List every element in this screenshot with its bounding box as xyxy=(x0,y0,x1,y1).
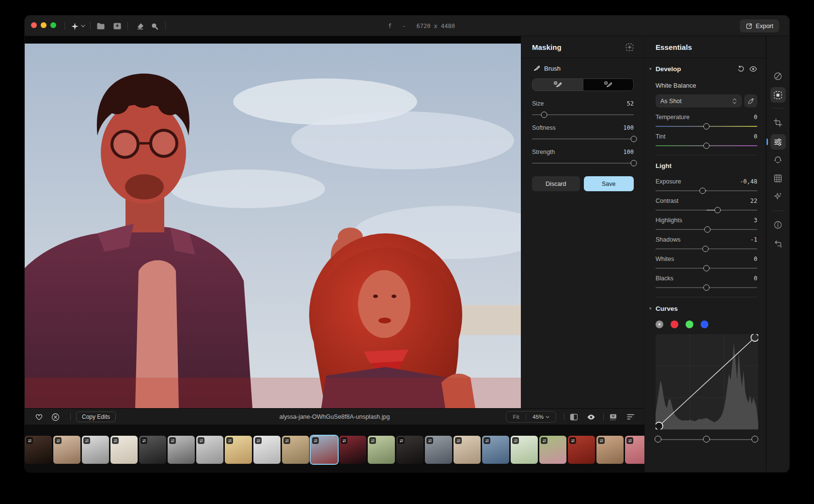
filmstrip-thumbnail[interactable] xyxy=(511,436,538,464)
filmstrip-thumbnail[interactable] xyxy=(539,436,566,464)
copy-edits-button[interactable]: Copy Edits xyxy=(76,412,116,422)
filmstrip-thumbnail[interactable] xyxy=(168,436,195,464)
canvas[interactable] xyxy=(25,36,521,408)
minimize-button[interactable] xyxy=(41,22,47,28)
slider-track[interactable] xyxy=(656,229,757,230)
slider-knob[interactable] xyxy=(631,136,637,142)
presets-star-icon[interactable] xyxy=(69,21,80,31)
slider-strength: Strength100 xyxy=(532,148,634,164)
slider-track[interactable] xyxy=(656,248,757,249)
channel-green-button[interactable] xyxy=(686,321,693,328)
slider-knob[interactable] xyxy=(631,160,637,167)
fit-button[interactable]: Fit xyxy=(506,414,526,420)
filmstrip-thumbnail[interactable] xyxy=(25,436,52,464)
sort-icon[interactable] xyxy=(626,412,635,421)
slider-knob[interactable] xyxy=(704,143,710,149)
slider-knob[interactable] xyxy=(715,207,721,214)
channel-blue-button[interactable] xyxy=(701,321,708,328)
filmstrip-thumbnail[interactable] xyxy=(53,436,80,464)
filmstrip-thumbnail[interactable] xyxy=(339,436,366,464)
styles-tool-button[interactable] xyxy=(770,68,786,84)
filmstrip-thumbnail-selected[interactable] xyxy=(311,436,338,464)
slider-knob[interactable] xyxy=(704,227,711,233)
zoom-button[interactable] xyxy=(50,22,56,28)
heart-icon[interactable] xyxy=(34,412,43,421)
filmstrip-thumbnail[interactable] xyxy=(225,436,252,464)
slider-knob[interactable] xyxy=(699,188,705,194)
develop-section-header[interactable]: ▾ Develop xyxy=(656,64,757,74)
crop-tool-button[interactable] xyxy=(770,115,786,130)
undo-tool-button[interactable] xyxy=(770,235,786,251)
photo-masked-preview[interactable] xyxy=(25,44,521,408)
filmstrip-thumbnail[interactable] xyxy=(568,436,595,464)
eye-icon[interactable] xyxy=(749,65,757,73)
reset-icon[interactable] xyxy=(737,65,745,73)
filmstrip-thumbnail[interactable] xyxy=(625,436,644,464)
slider-knob[interactable] xyxy=(702,246,708,252)
filmstrip-thumbnail[interactable] xyxy=(82,436,109,464)
preview-eye-icon[interactable] xyxy=(587,412,595,421)
folder-icon[interactable] xyxy=(95,21,106,31)
filmstrip-thumbnail[interactable] xyxy=(282,436,309,464)
zoom-level-dropdown[interactable]: 45% xyxy=(526,414,556,420)
loupe-icon[interactable] xyxy=(149,21,160,31)
slider-track[interactable] xyxy=(656,210,757,211)
curve-point-shadows[interactable] xyxy=(656,422,663,429)
close-button[interactable] xyxy=(31,22,37,28)
slider-track[interactable] xyxy=(656,145,757,146)
structure-tool-button[interactable] xyxy=(770,170,786,186)
slider-track[interactable] xyxy=(656,190,757,191)
slider-knob[interactable] xyxy=(704,265,710,272)
white-balance-eyedropper-button[interactable] xyxy=(744,94,757,107)
filmstrip-icon[interactable] xyxy=(609,412,617,421)
filmstrip-thumbnail[interactable] xyxy=(482,436,509,464)
slider-track[interactable] xyxy=(532,114,634,115)
info-tool-button[interactable] xyxy=(770,217,786,232)
filmstrip-thumbnail[interactable] xyxy=(396,436,423,464)
chevron-down-icon[interactable] xyxy=(79,21,86,31)
channel-luminance-button[interactable] xyxy=(656,321,663,328)
channel-red-button[interactable] xyxy=(671,321,678,328)
filmstrip-thumbnail[interactable] xyxy=(425,436,452,464)
filmstrip-thumbnail[interactable] xyxy=(196,436,223,464)
slider-knob[interactable] xyxy=(704,123,710,130)
mask-tool-button[interactable] xyxy=(770,87,786,103)
eraser-icon[interactable] xyxy=(135,21,145,31)
filmstrip-thumbnail[interactable] xyxy=(110,436,138,464)
enhance-tool-button[interactable] xyxy=(770,188,786,204)
slider-knob[interactable] xyxy=(541,112,548,118)
export-button[interactable]: Export xyxy=(740,19,779,32)
save-button[interactable]: Save xyxy=(584,176,634,191)
brush-subtract-mode-button[interactable] xyxy=(583,79,634,91)
curves-section-header[interactable]: ▾ Curves xyxy=(656,304,757,313)
slider-track[interactable] xyxy=(656,287,757,288)
white-point-knob[interactable] xyxy=(751,436,758,443)
filmstrip-thumbnail[interactable] xyxy=(139,436,166,464)
curve-point-highlights[interactable] xyxy=(751,334,758,341)
black-point-knob[interactable] xyxy=(655,436,661,443)
tone-curve-editor[interactable] xyxy=(656,334,758,429)
filmstrip-thumbnail[interactable] xyxy=(596,436,624,464)
mid-point-knob[interactable] xyxy=(703,436,710,443)
curve-range-slider[interactable] xyxy=(655,435,758,443)
slider-track[interactable] xyxy=(532,163,634,164)
filmstrip-thumbnail[interactable] xyxy=(253,436,281,464)
zoom-control[interactable]: Fit 45% xyxy=(506,411,556,423)
adjust-tool-button[interactable] xyxy=(770,134,786,150)
collapse-triangle-icon[interactable]: ▾ xyxy=(649,306,656,311)
dismiss-icon[interactable] xyxy=(51,412,60,421)
filmstrip-thumbnail[interactable] xyxy=(454,436,481,464)
collapse-triangle-icon[interactable]: ▾ xyxy=(649,66,656,71)
add-mask-icon[interactable] xyxy=(626,43,634,51)
slider-track[interactable] xyxy=(656,268,757,269)
compare-icon[interactable] xyxy=(569,412,578,421)
slider-knob[interactable] xyxy=(704,285,710,291)
slider-track[interactable] xyxy=(656,126,757,127)
import-image-icon[interactable] xyxy=(112,21,123,31)
filmstrip-thumbnail[interactable] xyxy=(368,436,395,464)
slider-track[interactable] xyxy=(532,138,634,139)
white-balance-select[interactable]: As Shot xyxy=(656,94,742,107)
discard-button[interactable]: Discard xyxy=(532,176,580,191)
brush-add-mode-button[interactable] xyxy=(532,79,583,91)
portrait-tool-button[interactable] xyxy=(770,153,786,168)
